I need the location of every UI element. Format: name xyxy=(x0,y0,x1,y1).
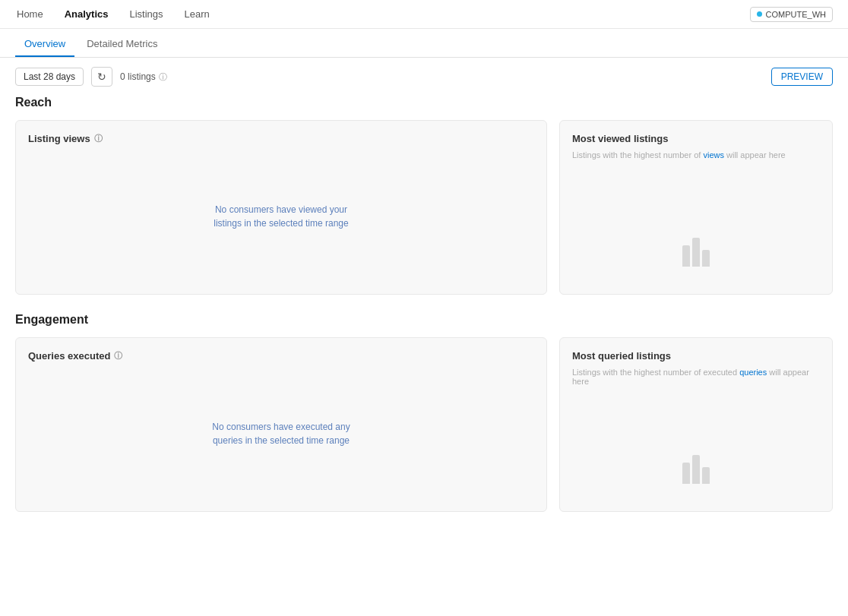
bar-2 xyxy=(692,238,700,267)
bar-q-2 xyxy=(692,455,700,484)
listings-info-icon: ⓘ xyxy=(159,71,167,83)
most-queried-label: Most queried listings xyxy=(572,350,671,362)
most-queried-card: Most queried listings Listings with the … xyxy=(559,337,833,512)
most-queried-bar-icon xyxy=(682,455,710,484)
reach-section: Reach Listing views ⓘ No consumers have … xyxy=(15,96,833,295)
queries-executed-empty: No consumers have executed anyqueries in… xyxy=(28,368,534,499)
reach-section-title: Reach xyxy=(15,96,833,109)
preview-button[interactable]: PREVIEW xyxy=(771,68,833,86)
tab-detailed-metrics[interactable]: Detailed Metrics xyxy=(78,32,166,57)
engagement-cards-row: Queries executed ⓘ No consumers have exe… xyxy=(15,337,833,512)
nav-links: Home Analytics Listings Learn xyxy=(15,8,211,20)
engagement-section: Engagement Queries executed ⓘ No consume… xyxy=(15,313,833,512)
queries-executed-empty-text: No consumers have executed anyqueries in… xyxy=(212,420,350,447)
bar-chart-icon xyxy=(682,238,710,267)
bar-1 xyxy=(682,245,690,267)
reach-cards-row: Listing views ⓘ No consumers have viewed… xyxy=(15,120,833,295)
listings-count: 0 listings ⓘ xyxy=(120,71,167,83)
tabs-bar: Overview Detailed Metrics xyxy=(0,29,848,58)
most-viewed-card: Most viewed listings Listings with the h… xyxy=(559,120,833,295)
filter-bar: Last 28 days ↻ 0 listings ⓘ PREVIEW xyxy=(0,58,848,96)
listing-views-label: Listing views xyxy=(28,133,90,144)
queries-executed-title: Queries executed ⓘ xyxy=(28,350,534,362)
queries-executed-info-icon: ⓘ xyxy=(114,350,122,362)
most-viewed-subtitle: Listings with the highest number of view… xyxy=(572,150,820,160)
tab-overview[interactable]: Overview xyxy=(15,32,74,57)
nav-learn[interactable]: Learn xyxy=(183,8,211,20)
compute-badge[interactable]: COMPUTE_WH xyxy=(750,7,833,22)
listing-views-card: Listing views ⓘ No consumers have viewed… xyxy=(15,120,547,295)
refresh-button[interactable]: ↻ xyxy=(91,67,112,87)
bar-q-3 xyxy=(702,467,710,484)
most-queried-subtitle: Listings with the highest number of exec… xyxy=(572,368,820,386)
most-queried-title: Most queried listings xyxy=(572,350,820,362)
nav-analytics[interactable]: Analytics xyxy=(63,8,110,20)
listing-views-empty-text: No consumers have viewed yourlistings in… xyxy=(214,203,348,230)
queries-executed-label: Queries executed xyxy=(28,350,110,362)
most-viewed-title: Most viewed listings xyxy=(572,133,820,144)
bar-q-1 xyxy=(682,463,690,484)
most-queried-chart-placeholder xyxy=(572,386,820,499)
engagement-section-title: Engagement xyxy=(15,313,833,327)
bar-3 xyxy=(702,250,710,267)
listing-views-empty: No consumers have viewed yourlistings in… xyxy=(28,150,534,282)
listing-views-info-icon: ⓘ xyxy=(94,133,103,144)
main-content: Reach Listing views ⓘ No consumers have … xyxy=(0,96,848,545)
queries-executed-card: Queries executed ⓘ No consumers have exe… xyxy=(15,337,547,512)
listing-views-title: Listing views ⓘ xyxy=(28,133,534,144)
most-viewed-chart-placeholder xyxy=(572,160,820,282)
top-nav: Home Analytics Listings Learn COMPUTE_WH xyxy=(0,0,848,29)
most-viewed-label: Most viewed listings xyxy=(572,133,668,144)
compute-label: COMPUTE_WH xyxy=(766,10,826,19)
nav-home[interactable]: Home xyxy=(15,8,45,20)
compute-status-dot xyxy=(757,11,762,17)
date-range-button[interactable]: Last 28 days xyxy=(15,68,84,86)
refresh-icon: ↻ xyxy=(97,71,106,83)
filter-left: Last 28 days ↻ 0 listings ⓘ xyxy=(15,67,167,87)
nav-listings[interactable]: Listings xyxy=(128,8,165,20)
listings-count-value: 0 listings xyxy=(120,71,156,82)
